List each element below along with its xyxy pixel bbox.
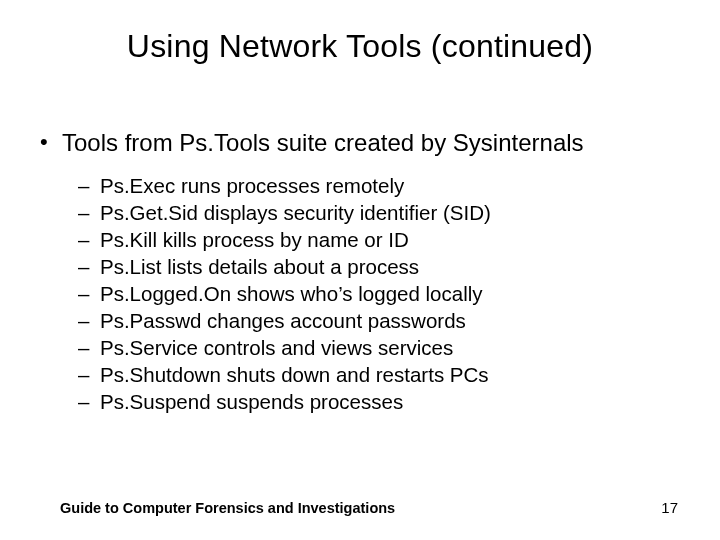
bullet-dash-icon: –: [78, 199, 100, 226]
bullet-text: Ps.Logged.On shows who’s logged locally: [100, 280, 483, 307]
bullet-text: Ps.List lists details about a process: [100, 253, 419, 280]
bullet-level-2: – Ps.Service controls and views services: [78, 334, 680, 361]
bullet-level-2: – Ps.Get.Sid displays security identifie…: [78, 199, 680, 226]
bullet-text: Ps.Get.Sid displays security identifier …: [100, 199, 491, 226]
bullet-dash-icon: –: [78, 280, 100, 307]
bullet-text: Ps.Service controls and views services: [100, 334, 453, 361]
page-number: 17: [661, 499, 678, 516]
bullet-dash-icon: –: [78, 388, 100, 415]
bullet-level-1: • Tools from Ps.Tools suite created by S…: [40, 128, 680, 158]
bullet-dot-icon: •: [40, 128, 62, 156]
bullet-level-2: – Ps.Kill kills process by name or ID: [78, 226, 680, 253]
bullet-level-2: – Ps.Passwd changes account passwords: [78, 307, 680, 334]
bullet-level-2: – Ps.Exec runs processes remotely: [78, 172, 680, 199]
slide: Using Network Tools (continued) • Tools …: [0, 0, 720, 540]
bullet-text: Ps.Kill kills process by name or ID: [100, 226, 409, 253]
footer-text: Guide to Computer Forensics and Investig…: [60, 500, 660, 516]
bullet-dash-icon: –: [78, 334, 100, 361]
bullet-dash-icon: –: [78, 172, 100, 199]
bullet-text: Tools from Ps.Tools suite created by Sys…: [62, 128, 584, 158]
bullet-text: Ps.Exec runs processes remotely: [100, 172, 404, 199]
bullet-text: Ps.Shutdown shuts down and restarts PCs: [100, 361, 489, 388]
bullet-text: Ps.Suspend suspends processes: [100, 388, 403, 415]
bullet-level-2: – Ps.List lists details about a process: [78, 253, 680, 280]
bullet-text: Ps.Passwd changes account passwords: [100, 307, 466, 334]
slide-title: Using Network Tools (continued): [0, 28, 720, 65]
bullet-dash-icon: –: [78, 361, 100, 388]
bullet-level-2: – Ps.Suspend suspends processes: [78, 388, 680, 415]
bullet-dash-icon: –: [78, 307, 100, 334]
bullet-level-2: – Ps.Shutdown shuts down and restarts PC…: [78, 361, 680, 388]
slide-body: • Tools from Ps.Tools suite created by S…: [40, 128, 680, 415]
bullet-dash-icon: –: [78, 226, 100, 253]
bullet-dash-icon: –: [78, 253, 100, 280]
bullet-level-2: – Ps.Logged.On shows who’s logged locall…: [78, 280, 680, 307]
